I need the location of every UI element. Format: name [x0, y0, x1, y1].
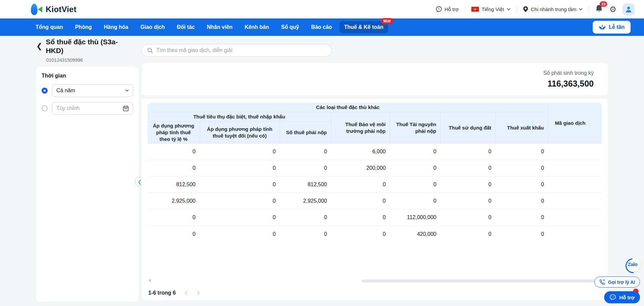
nav-item-7[interactable]: Sổ quỹ [276, 21, 304, 33]
branch-selector[interactable]: Chi nhánh trung tâm [523, 6, 583, 12]
nav-item-9[interactable]: Thuế & Kế toánMới [339, 21, 388, 33]
column-header-tuyet-doi: Áp dụng phương pháp tính thuế tuyệt đối … [200, 121, 280, 144]
nav-item-3[interactable]: Giao dịch [136, 21, 169, 33]
nav-item-6[interactable]: Kênh bán [240, 21, 274, 33]
table-cell: 0 [440, 193, 495, 209]
table-cell [548, 226, 602, 242]
language-label: Tiếng Việt [482, 6, 504, 12]
topbar: KiotViet ! Hỗ trợ ★ Tiếng Việt Chi nhánh… [0, 0, 644, 18]
brand-name: KiotViet [46, 5, 76, 14]
table-cell: 112,000,000 [390, 209, 440, 226]
branch-label: Chi nhánh trung tâm [531, 6, 577, 12]
svg-text:!: ! [438, 7, 439, 11]
help-bubble-icon: ! [436, 6, 442, 12]
radio-custom-range[interactable] [42, 105, 48, 111]
zalo-widget[interactable]: Zalo [625, 257, 640, 272]
back-button[interactable]: ❮ [36, 43, 42, 50]
nav-item-label: Sổ quỹ [281, 24, 299, 30]
divider [589, 5, 589, 13]
nav-item-0[interactable]: Tổng quan [31, 21, 68, 33]
support-label: Hỗ trợ [619, 295, 635, 300]
nav-item-2[interactable]: Hàng hóa [99, 21, 133, 33]
summary-label: Số phát sinh trong kỳ [543, 70, 594, 76]
settings-gear-icon[interactable]: ⚙ [609, 5, 616, 13]
time-filter-label: Thời gian [42, 73, 133, 79]
table-cell: 0 [331, 193, 390, 209]
nav-item-label: Giao dịch [140, 24, 165, 30]
person-icon [625, 6, 632, 13]
chat-bubble-icon [609, 294, 616, 300]
nav-item-label: Nhân viên [207, 24, 232, 30]
reception-button[interactable]: Lễ tân [593, 21, 631, 34]
calendar-icon [123, 105, 129, 111]
table-cell: 812,500 [280, 176, 331, 193]
chevron-right-icon [197, 291, 200, 296]
table-body: 0006,000000000200,000000812,5000812,5000… [148, 144, 602, 242]
lotus-icon [599, 24, 606, 30]
chevron-left-icon [184, 291, 188, 296]
table-cell: 0 [440, 160, 495, 176]
table-cell [548, 209, 602, 226]
year-select[interactable]: Cả năm [52, 84, 133, 97]
nav-item-8[interactable]: Báo cáo [306, 21, 336, 33]
prev-page-button[interactable] [184, 291, 188, 296]
column-header-ty-le: Áp dụng phương pháp tính thuế theo tỷ lệ… [148, 121, 200, 144]
language-selector[interactable]: ★ Tiếng Việt [471, 6, 511, 12]
table-cell [548, 193, 602, 209]
table-cell: 0 [200, 226, 280, 242]
table-cell: 0 [440, 209, 495, 226]
table-row: 2,925,00002,925,0000000 [148, 193, 602, 209]
custom-date-placeholder: Tùy chỉnh [56, 105, 79, 111]
notifications-button[interactable]: 23 [595, 4, 603, 14]
search-icon [147, 48, 153, 53]
table-cell: 0 [200, 209, 280, 226]
table-cell: 0 [495, 226, 548, 242]
table-row: 0000420,00000 [148, 226, 602, 242]
table-cell: 0 [280, 144, 331, 160]
radio-full-year[interactable] [42, 88, 48, 94]
table-cell: 0 [200, 144, 280, 160]
summary-value: 116,363,500 [547, 79, 594, 89]
table-cell: 0 [331, 209, 390, 226]
nav-item-4[interactable]: Đối tác [172, 21, 199, 33]
help-button[interactable]: ! Hỗ trợ [436, 6, 459, 12]
nav-item-label: Thuế & Kế toán [344, 24, 383, 30]
scroll-left-arrow[interactable] [148, 278, 151, 283]
nav-item-label: Hàng hóa [104, 24, 128, 30]
table-cell: 0 [440, 176, 495, 193]
horizontal-scrollbar-thumb[interactable] [362, 279, 596, 283]
nav-item-1[interactable]: Phòng [70, 21, 97, 33]
tax-code: 01012431509996 [46, 57, 139, 63]
pagination-range: 1-6 trong 6 [148, 290, 176, 296]
notification-count-badge: 23 [600, 1, 607, 7]
search-input[interactable] [156, 47, 326, 53]
nav-item-label: Đối tác [177, 24, 195, 30]
table-cell: 0 [200, 193, 280, 209]
table-header: Các loại thuế đặc thù khác Mã giao dịch … [148, 103, 602, 144]
ai-call-button[interactable]: ✦ Gọi trợ lý AI [594, 276, 640, 288]
nav-item-5[interactable]: Nhân viên [202, 21, 237, 33]
tax-table-card: Các loại thuế đặc thù khác Mã giao dịch … [142, 99, 608, 300]
support-chat-button[interactable]: Hỗ trợ [604, 291, 640, 303]
next-page-button[interactable] [197, 291, 200, 296]
table-cell: 0 [200, 176, 280, 193]
table-cell: 0 [440, 226, 495, 242]
table-cell [548, 144, 602, 160]
custom-date-input[interactable]: Tùy chỉnh [52, 102, 133, 115]
table-cell: 0 [148, 209, 200, 226]
table-cell: 0 [390, 144, 440, 160]
table-cell: 200,000 [331, 160, 390, 176]
help-label: Hỗ trợ [445, 6, 459, 12]
subgroup-header: Thuế tiêu thụ đặc biệt, thuế nhập khẩu [148, 112, 331, 121]
chevron-down-icon [507, 8, 511, 10]
nav-items: Tổng quanPhòngHàng hóaGiao dịchĐối tácNh… [31, 21, 388, 33]
zalo-label: Zalo [628, 262, 638, 267]
table-cell: 2,925,000 [148, 193, 200, 209]
table-cell [548, 160, 602, 176]
main-navbar: Tổng quanPhòngHàng hóaGiao dịchĐối tácNh… [0, 18, 644, 36]
time-filter-card: Thời gian Cả năm Tùy chỉnh [36, 67, 139, 302]
table-row: 0000112,000,00000 [148, 209, 602, 226]
table-cell: 0 [495, 193, 548, 209]
user-avatar[interactable] [623, 3, 635, 15]
table-row: 812,5000812,5000000 [148, 176, 602, 193]
